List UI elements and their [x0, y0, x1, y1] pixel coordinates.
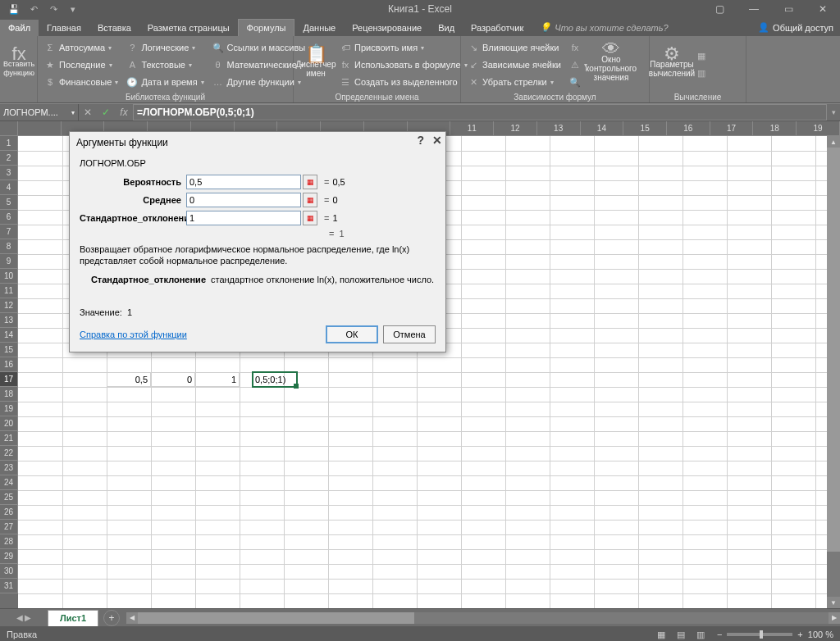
range-select-icon[interactable]: ▦ [303, 193, 317, 207]
zoom-out-icon[interactable]: − [717, 630, 722, 639]
trace-precedents-button[interactable]: ↘Влияющие ячейки [464, 39, 562, 56]
col-header[interactable] [18, 121, 62, 136]
tab-review[interactable]: Рецензирование [344, 20, 430, 36]
cell[interactable]: 0 [151, 372, 195, 387]
tab-data[interactable]: Данные [294, 20, 344, 36]
row-header[interactable]: 14 [0, 328, 18, 343]
dialog-help-link[interactable]: Справка по этой функции [80, 330, 187, 339]
evaluate-button[interactable]: 🔍 [566, 74, 584, 90]
row-header[interactable]: 25 [0, 490, 18, 505]
scroll-left-icon[interactable]: ◀ [126, 612, 138, 624]
active-cell-content[interactable]: 0,5;0;1) [253, 372, 297, 387]
row-header[interactable]: 29 [0, 549, 18, 564]
calc-options-button[interactable]: ⚙ Параметры вычислений [653, 38, 691, 89]
ok-button[interactable]: ОК [326, 325, 378, 343]
minimize-icon[interactable]: — [737, 0, 771, 18]
watch-window-button[interactable]: 👁 Окно контрольного значения [592, 38, 630, 89]
calc-now-button[interactable]: ▦ [692, 48, 710, 65]
row-header[interactable]: 18 [0, 387, 18, 402]
row-header[interactable]: 30 [0, 564, 18, 579]
qat-customize-icon[interactable]: ▾ [66, 2, 80, 16]
col-header[interactable]: 12 [494, 121, 537, 136]
vscroll-thumb[interactable] [827, 148, 840, 552]
page-layout-view-icon[interactable]: ▤ [671, 627, 691, 641]
undo-icon[interactable]: ↶ [26, 2, 41, 16]
redo-icon[interactable]: ↷ [46, 2, 61, 16]
math-button[interactable]: θМатематические [209, 57, 307, 73]
tab-view[interactable]: Вид [430, 20, 463, 36]
normal-view-icon[interactable]: ▦ [651, 627, 671, 641]
insert-function-fbar-button[interactable]: fx [115, 104, 133, 120]
row-header[interactable]: 5 [0, 195, 18, 210]
text-button[interactable]: AТекстовые [123, 57, 195, 73]
ribbon-display-icon[interactable]: ▢ [702, 0, 737, 18]
more-button[interactable]: …Другие функции [209, 74, 304, 90]
insert-function-button[interactable]: fx Вставить функцию [3, 38, 34, 89]
close-icon[interactable]: ✕ [806, 0, 840, 18]
zoom-in-icon[interactable]: + [797, 630, 802, 639]
use-in-formula-button[interactable]: fxИспользовать в формуле [336, 57, 471, 73]
select-all-corner[interactable] [0, 121, 18, 136]
row-header[interactable]: 4 [0, 180, 18, 195]
datetime-button[interactable]: 🕑Дата и время [123, 74, 207, 90]
tell-me[interactable]: 💡Что вы хотите сделать? [532, 19, 676, 36]
arg-input-2[interactable] [186, 211, 301, 225]
row-header[interactable]: 24 [0, 475, 18, 490]
range-select-icon[interactable]: ▦ [303, 175, 317, 189]
row-header[interactable]: 8 [0, 239, 18, 254]
row-header[interactable]: 23 [0, 461, 18, 475]
row-header[interactable]: 28 [0, 534, 18, 549]
expand-fbar-button[interactable]: ▾ [827, 108, 840, 116]
recent-button[interactable]: ★Последние [41, 57, 116, 73]
enter-formula-button[interactable]: ✓ [97, 104, 115, 120]
dialog-help-icon[interactable]: ? [417, 134, 424, 147]
sheet-nav[interactable]: ◀ ▶ [0, 613, 48, 622]
hscroll-thumb[interactable] [138, 612, 414, 624]
col-header[interactable]: 18 [753, 121, 797, 136]
row-header[interactable]: 19 [0, 402, 18, 416]
col-header[interactable]: 14 [581, 121, 624, 136]
row-header[interactable]: 11 [0, 284, 18, 298]
row-header[interactable]: 26 [0, 505, 18, 520]
arg-input-1[interactable] [186, 193, 301, 207]
row-header[interactable]: 2 [0, 151, 18, 166]
row-header[interactable]: 12 [0, 298, 18, 313]
row-header[interactable]: 9 [0, 254, 18, 269]
row-header[interactable]: 1 [0, 136, 18, 151]
show-formulas-button[interactable]: fx [566, 39, 584, 56]
row-header[interactable]: 21 [0, 431, 18, 446]
row-header[interactable]: 16 [0, 357, 18, 372]
col-header[interactable]: 11 [450, 121, 494, 136]
maximize-icon[interactable]: ▭ [771, 0, 806, 18]
arg-input-0[interactable] [186, 175, 301, 189]
row-header[interactable]: 3 [0, 166, 18, 180]
row-header[interactable]: 17 [0, 372, 18, 387]
row-header[interactable]: 15 [0, 343, 18, 357]
cell[interactable]: 0,5 [107, 372, 151, 387]
formula-input[interactable]: =ЛОГНОРМ.ОБР(0,5;0;1) [133, 104, 827, 120]
col-header[interactable]: 19 [797, 121, 840, 136]
scroll-up-icon[interactable]: ▲ [827, 136, 840, 148]
scroll-right-icon[interactable]: ▶ [829, 612, 840, 624]
share-button[interactable]: 👤Общий доступ [751, 19, 840, 36]
create-from-sel-button[interactable]: ☰Создать из выделенного [336, 74, 461, 90]
tab-home[interactable]: Главная [39, 20, 89, 36]
trace-dependents-button[interactable]: ↙Зависимые ячейки [464, 57, 564, 73]
tab-insert[interactable]: Вставка [89, 20, 139, 36]
name-box[interactable]: ЛОГНОРМ....▾ [0, 104, 79, 120]
row-header[interactable]: 27 [0, 520, 18, 534]
logical-button[interactable]: ?Логические [123, 39, 199, 56]
row-header[interactable]: 13 [0, 313, 18, 328]
page-break-view-icon[interactable]: ▥ [691, 627, 710, 641]
row-header[interactable]: 20 [0, 416, 18, 431]
autosum-button[interactable]: ΣАвтосумма [41, 39, 115, 56]
tab-developer[interactable]: Разработчик [463, 20, 532, 36]
col-header[interactable]: 17 [710, 121, 754, 136]
cell[interactable]: 1 [195, 372, 240, 387]
name-manager-button[interactable]: 📋 Диспетчер имен [297, 38, 335, 89]
remove-arrows-button[interactable]: ✕Убрать стрелки [464, 74, 557, 90]
row-header[interactable]: 6 [0, 210, 18, 225]
col-header[interactable]: 15 [623, 121, 667, 136]
scroll-down-icon[interactable]: ▼ [827, 597, 840, 608]
zoom-control[interactable]: − + 100 % [710, 630, 840, 639]
